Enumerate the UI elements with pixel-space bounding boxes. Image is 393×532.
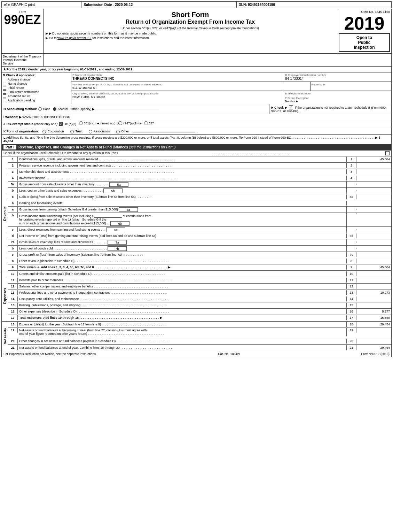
row-6d-num: d	[8, 233, 18, 238]
initial-return-checkbox[interactable]	[3, 86, 6, 90]
j-527-radio[interactable]	[144, 121, 148, 125]
k-other-input[interactable]	[133, 128, 195, 132]
page: efile GRAPHIC print Submission Date - 20…	[0, 0, 393, 358]
row-6c: c Less: direct expenses from gaming and …	[8, 227, 391, 233]
row-6d: d Net income or (loss) from gaming and f…	[8, 233, 391, 239]
row-10-num: 10	[8, 271, 18, 276]
row-6a: a Gross income from gaming (attach Sched…	[8, 207, 391, 213]
row-6-desc: Gaming and fundraising events	[18, 201, 347, 206]
row-6d-line: 6d	[347, 233, 356, 238]
6b-amount-input[interactable]	[94, 214, 122, 218]
row-7c-line: 7c	[347, 252, 356, 257]
row-1: 1 Contributions, gifts, grants, and simi…	[8, 156, 391, 163]
row-6a-num: a	[8, 207, 18, 212]
j-check-note: (check only one):	[34, 122, 59, 126]
i-label: I Website: ▶	[3, 115, 22, 119]
row-21-line: 21	[347, 345, 356, 350]
accrual-option: Accrual	[53, 107, 68, 111]
section-j: J Tax-exempt status (check only one): ✓ …	[1, 120, 392, 127]
city-row: City or town, state or province, country…	[71, 91, 391, 104]
org-name-ein-row: C Name of organization THREAD CONNECTS I…	[71, 72, 391, 82]
j-tax-exempt: J Tax-exempt status	[3, 122, 33, 126]
dept-service: Service	[3, 62, 42, 65]
name-change-row: Name change	[3, 82, 70, 85]
row-6b-line	[347, 213, 356, 214]
row-15-desc: Printing, publications, postage, and shi…	[18, 303, 347, 308]
row-2-value	[356, 165, 391, 166]
address-change-checkbox[interactable]	[3, 78, 6, 81]
row-7a-desc: Gross sales of inventory, less returns a…	[18, 239, 347, 245]
room-block: Room/suite	[311, 82, 392, 91]
row-2-num: 2	[8, 163, 18, 168]
row-15: 15 Printing, publications, postage, and …	[8, 302, 391, 309]
row-12-desc: Salaries, other compensation, and employ…	[18, 284, 347, 289]
room-label: Room/suite	[312, 83, 391, 86]
row-8-value	[356, 260, 391, 262]
k-assoc-radio[interactable]	[89, 130, 92, 133]
row-20-num: 20	[8, 339, 18, 344]
expenses-section: Expenses 10 Grants and similar amounts p…	[1, 271, 392, 322]
dept-notices	[44, 54, 391, 66]
name-change-checkbox[interactable]	[3, 82, 6, 85]
section-g-h: G Accounting Method: Cash Accrual Other …	[1, 104, 392, 114]
row-20-line: 20	[347, 339, 356, 344]
row-7a: 7a Gross sales of inventory, less return…	[8, 239, 391, 246]
accrual-radio[interactable]	[53, 107, 56, 111]
row-17: 17 Total expenses. Add lines 10 through …	[8, 315, 391, 321]
address-change-label: Address change	[8, 78, 30, 81]
row-6a-value	[356, 209, 391, 210]
h-checkbox[interactable]: ✓	[289, 105, 293, 109]
row-3-value	[356, 171, 391, 172]
amended-return-label: Amended return	[8, 94, 30, 98]
h-label: H Check ▶	[271, 106, 287, 109]
row-20: 20 Other changes in net assets or fund b…	[8, 338, 391, 345]
5b-box: 5b	[103, 188, 123, 193]
row-12-num: 12	[8, 284, 18, 289]
row-6a-desc: Gross income from gaming (attach Schedul…	[18, 207, 347, 213]
row-6c-line	[347, 229, 356, 230]
k-corp-radio[interactable]	[42, 130, 46, 133]
j-501c3-checkbox[interactable]: ✓	[59, 122, 63, 126]
l-text: Add lines 5b, 6c, and 7b to line 9 to de…	[6, 136, 291, 139]
j-501c-radio[interactable]	[79, 121, 83, 125]
section-b-org-info: C Name of organization THREAD CONNECTS I…	[71, 72, 391, 104]
row-12: 12 Salaries, other compensation, and emp…	[8, 284, 391, 290]
e-label: E Telephone number	[285, 92, 390, 95]
row-5b-desc: Less: cost or other basis and sales expe…	[18, 188, 347, 194]
row-5c-value	[356, 196, 391, 198]
row-1-num: 1	[8, 157, 18, 162]
final-return-checkbox[interactable]	[3, 90, 6, 94]
6b-box: 6b	[110, 221, 129, 226]
row-6b-num: b	[8, 213, 18, 218]
other-input[interactable]	[96, 107, 159, 111]
part1-label: Part IRevenue, Expenses, and Changes in …	[3, 145, 175, 149]
notice1: ▶ ▶ Do not enter social security numbers…	[46, 32, 335, 35]
row-18-value: 29,454	[356, 322, 391, 327]
row-5a-line	[347, 184, 356, 185]
section-i: I Website: ▶ WWW.THREADCONNECTS.ORG	[1, 114, 392, 120]
6c-box: 6c	[106, 228, 125, 232]
f-number: Number ▶	[285, 100, 390, 103]
section-b-label: B Check if applicable:	[3, 74, 70, 77]
row-12-line: 12	[347, 284, 356, 289]
form-ref: Form 990-EZ (2019)	[361, 352, 390, 356]
k-trust-radio[interactable]	[70, 130, 74, 133]
row-5c-desc: Gain or (loss) from sale of assets other…	[18, 194, 347, 199]
section-l: L Add lines 5b, 6c, and 7b to line 9 to …	[1, 135, 392, 144]
k-other-radio[interactable]	[116, 130, 120, 133]
l-dots: . . . . . . . . . . . . . . . . . . . . …	[292, 136, 379, 139]
part1-check-box[interactable]	[385, 151, 390, 155]
expenses-side-label: Expenses	[2, 271, 8, 321]
initial-return-label: Initial return	[8, 86, 24, 90]
application-pending-checkbox[interactable]	[3, 99, 6, 102]
cash-radio[interactable]	[38, 107, 42, 111]
j-4947-radio[interactable]	[118, 121, 122, 125]
revenue-section: Revenue 1 Contributions, gifts, grants, …	[1, 156, 392, 271]
row-16-desc: Other expenses (describe in Schedule O) …	[18, 309, 347, 314]
f-label: F Group Exemption	[285, 97, 390, 100]
cat-no: Cat. No. 10642I	[218, 352, 240, 356]
row-10-value	[356, 273, 391, 275]
inspection-label: Inspection	[341, 45, 388, 50]
row-8-line: 8	[347, 259, 356, 263]
amended-return-checkbox[interactable]	[3, 94, 6, 98]
